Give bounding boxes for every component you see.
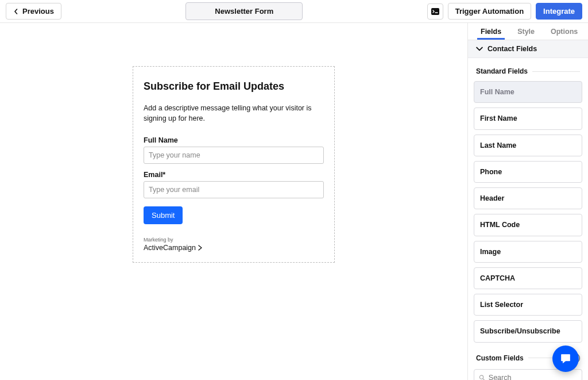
field-item-list-selector[interactable]: List Selector xyxy=(474,294,582,316)
standard-fields-heading: Standard Fields xyxy=(476,67,580,75)
email-label: Email* xyxy=(144,171,324,179)
marketing-by-label: Marketing by xyxy=(144,237,324,243)
field-item-header[interactable]: Header xyxy=(474,187,582,209)
terminal-icon-button[interactable] xyxy=(427,3,443,20)
submit-button[interactable]: Submit xyxy=(144,206,183,224)
field-item-subscribe-unsubscribe[interactable]: Subscribe/Unsubscribe xyxy=(474,320,582,342)
form-name: Newsletter Form xyxy=(215,7,273,16)
form-preview[interactable]: Subscribe for Email Updates Add a descri… xyxy=(133,66,335,263)
form-name-button[interactable]: Newsletter Form xyxy=(185,2,303,20)
form-description: Add a descriptive message telling what y… xyxy=(144,103,324,124)
field-item-image[interactable]: Image xyxy=(474,241,582,263)
previous-button[interactable]: Previous xyxy=(6,3,61,20)
full-name-input[interactable] xyxy=(144,147,324,164)
topbar: Previous Newsletter Form Trigger Automat… xyxy=(0,0,588,23)
svg-point-1 xyxy=(479,375,483,378)
section-contact-fields[interactable]: Contact Fields xyxy=(468,40,588,58)
chevron-left-icon xyxy=(13,9,19,14)
form-field-full-name[interactable]: Full Name xyxy=(144,136,324,164)
previous-label: Previous xyxy=(22,7,54,16)
tab-options[interactable]: Options xyxy=(551,24,578,39)
form-title: Subscribe for Email Updates xyxy=(144,80,324,93)
tab-style[interactable]: Style xyxy=(517,24,535,39)
integrate-label: Integrate xyxy=(543,7,575,16)
svg-rect-0 xyxy=(431,8,439,15)
field-item-phone[interactable]: Phone xyxy=(474,161,582,183)
field-item-last-name[interactable]: Last Name xyxy=(474,135,582,156)
trigger-automation-label: Trigger Automation xyxy=(455,7,524,16)
sidebar-tabs: Fields Style Options xyxy=(468,23,588,40)
tab-fields[interactable]: Fields xyxy=(481,24,501,39)
chevron-down-icon xyxy=(476,45,483,52)
search-icon xyxy=(479,374,485,381)
field-item-html-code[interactable]: HTML Code xyxy=(474,214,582,236)
full-name-label: Full Name xyxy=(144,136,324,144)
field-item-first-name[interactable]: First Name xyxy=(474,108,582,129)
trigger-automation-button[interactable]: Trigger Automation xyxy=(448,3,531,20)
activecampaign-logo: ActiveCampaign xyxy=(144,244,324,252)
email-input[interactable] xyxy=(144,181,324,198)
field-item-full-name[interactable]: Full Name xyxy=(474,81,582,103)
chevron-right-icon xyxy=(198,245,203,251)
chat-bubble-button[interactable] xyxy=(552,346,579,372)
sidebar: Fields Style Options Contact Fields Stan… xyxy=(467,23,588,380)
terminal-icon xyxy=(431,7,440,16)
custom-field-search-input[interactable] xyxy=(489,374,577,381)
submit-label: Submit xyxy=(152,211,175,220)
form-canvas: Subscribe for Email Updates Add a descri… xyxy=(0,23,467,380)
field-item-captcha[interactable]: CAPTCHA xyxy=(474,267,582,289)
chat-icon xyxy=(559,352,572,365)
form-field-email[interactable]: Email* xyxy=(144,171,324,198)
integrate-button[interactable]: Integrate xyxy=(536,3,582,20)
